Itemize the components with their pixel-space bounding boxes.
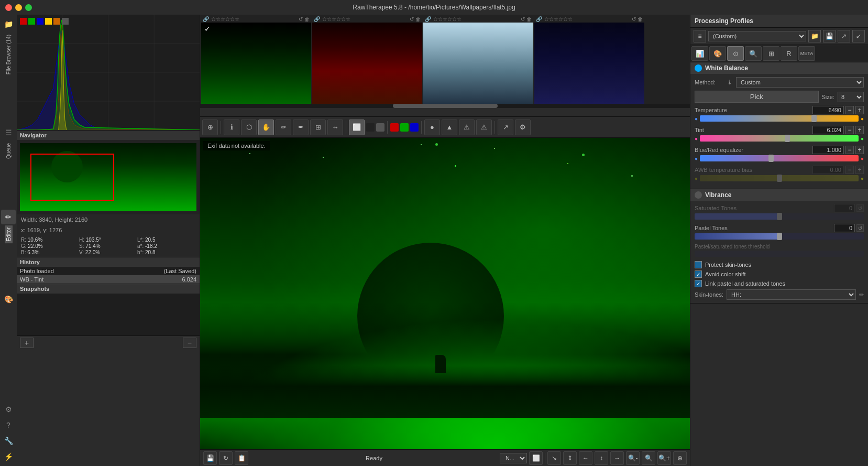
statusbar-refresh-button[interactable]: ↻	[219, 451, 233, 465]
sidebar-item-info[interactable]: 🔧	[1, 434, 16, 448]
toolbar-rotate-button[interactable]: ↔	[327, 120, 343, 135]
statusbar-zoom-in-button[interactable]: 🔍	[642, 451, 655, 465]
wb-temperature-plus[interactable]: +	[855, 106, 864, 114]
profiles-folder-button[interactable]: 📁	[808, 30, 821, 42]
toolbar-color-dark[interactable]	[366, 123, 375, 132]
vibrance-link-pastel-label[interactable]: Link pastel and saturated tones	[705, 280, 785, 287]
vibrance-pastel-reset[interactable]: ↺	[856, 224, 864, 232]
tab-exposure[interactable]: 📊	[691, 46, 708, 61]
statusbar-nav-next-button[interactable]: →	[610, 451, 624, 465]
statusbar-zoom-in2-button[interactable]: 🔍+	[657, 451, 671, 465]
sidebar-item-help[interactable]: ?	[1, 418, 16, 432]
snapshot-remove-button[interactable]: −	[183, 338, 196, 348]
film1-delete-icon[interactable]: 🗑	[304, 16, 310, 22]
vibrance-protect-skin-label[interactable]: Protect skin-tones	[705, 262, 751, 268]
wb-blue-red-value[interactable]	[812, 146, 844, 154]
vibrance-pastel-track[interactable]	[695, 233, 864, 240]
film3-image[interactable]	[423, 23, 533, 104]
profiles-select[interactable]: (Custom)	[708, 31, 806, 41]
profiles-export-button[interactable]: ↗	[838, 30, 850, 42]
tab-meta[interactable]: META	[798, 46, 815, 61]
statusbar-zoom-out-button[interactable]: 🔍-	[626, 451, 640, 465]
filmstrip-thumb-1[interactable]: 🔗 ☆☆☆☆☆☆ ↺ 🗑 ✓	[201, 16, 311, 104]
tab-wb[interactable]: ⊙	[727, 46, 744, 61]
sidebar-item-editor[interactable]: ✏	[1, 210, 16, 224]
history-item-wb-tint[interactable]: WB - Tint 6.024	[17, 275, 200, 284]
wb-blue-red-plus[interactable]: +	[855, 146, 864, 154]
statusbar-copy-button[interactable]: 📋	[235, 451, 248, 465]
wb-temperature-minus[interactable]: −	[845, 106, 854, 114]
tab-raw[interactable]: R	[781, 46, 797, 61]
film3-delete-icon[interactable]: 🗑	[526, 16, 532, 22]
filmstrip-thumb-3[interactable]: 🔗 ☆☆☆☆☆☆ ↺ 🗑	[423, 16, 533, 104]
profiles-save-button[interactable]: 💾	[823, 30, 836, 42]
toolbar-pencil-button[interactable]: ✏	[276, 120, 291, 135]
vibrance-avoid-color-shift-checkbox[interactable]	[695, 270, 702, 278]
histogram-red-toggle[interactable]	[20, 18, 27, 25]
wb-tint-minus[interactable]: −	[845, 126, 854, 134]
film3-reset-icon[interactable]: ↺	[521, 16, 525, 22]
film2-image[interactable]	[312, 23, 422, 104]
toolbar-warning-button[interactable]: ⚠	[459, 120, 475, 135]
wb-blue-red-track[interactable]	[700, 155, 859, 161]
statusbar-layout-button[interactable]: ⬜	[529, 451, 543, 465]
toolbar-export-button[interactable]: ↗	[498, 120, 513, 135]
tab-detail[interactable]: 🔍	[745, 46, 762, 61]
film4-delete-icon[interactable]: 🗑	[638, 16, 643, 22]
wb-tint-track[interactable]	[700, 135, 859, 142]
film2-reset-icon[interactable]: ↺	[410, 16, 414, 22]
toolbar-circle-button[interactable]: ●	[424, 120, 440, 135]
statusbar-save-button[interactable]: 💾	[203, 451, 217, 465]
histogram-lum-toggle[interactable]	[45, 18, 52, 25]
statusbar-zoom-in3-button[interactable]: ⊕	[673, 451, 687, 465]
sidebar-item-file-browser[interactable]: 📁	[1, 17, 16, 31]
toolbar-color-red[interactable]	[390, 123, 399, 132]
film4-image[interactable]	[534, 23, 644, 104]
navigator-thumbnail[interactable]	[20, 143, 196, 211]
wb-pick-button[interactable]: Pick	[695, 91, 819, 103]
close-button[interactable]	[5, 4, 12, 11]
wb-method-select[interactable]: Custom	[736, 77, 864, 88]
minimize-button[interactable]	[15, 4, 22, 11]
statusbar-zoom-fit-button[interactable]: ↘	[547, 451, 561, 465]
toolbar-open-button[interactable]: ⊕	[202, 120, 218, 135]
vibrance-protect-skin-checkbox[interactable]	[695, 261, 702, 268]
editor-main[interactable]: Exif data not available.	[200, 138, 690, 449]
sidebar-item-color[interactable]: 🎨	[1, 292, 16, 307]
toolbar-color-blue[interactable]	[410, 123, 419, 132]
toolbar-warning2-button[interactable]: ⚠	[476, 120, 492, 135]
toolbar-color-mid[interactable]	[376, 123, 384, 132]
sidebar-item-batch[interactable]: ⚡	[1, 449, 16, 464]
histogram-chroma-toggle[interactable]	[53, 18, 60, 25]
histogram-green-toggle[interactable]	[28, 18, 35, 25]
vibrance-pastel-value[interactable]	[834, 224, 855, 232]
histogram-bar-toggle[interactable]	[62, 18, 69, 25]
tab-transform[interactable]: ⊞	[763, 46, 779, 61]
profiles-import-button[interactable]: ↙	[852, 30, 865, 42]
statusbar-zoom-1-button[interactable]: ⇕	[563, 451, 577, 465]
vibrance-skin-tones-edit-icon[interactable]: ✏	[859, 291, 864, 298]
wb-temperature-value[interactable]	[812, 106, 844, 114]
filmstrip-thumb-4[interactable]: 🔗 ☆☆☆☆☆☆ ↺ 🗑	[534, 16, 644, 104]
toolbar-settings-button[interactable]: ⚙	[515, 120, 531, 135]
filmstrip-thumb-2[interactable]: 🔗 ☆☆☆☆☆☆ ↺ 🗑	[312, 16, 422, 104]
toolbar-hand-button[interactable]: ✋	[258, 120, 274, 135]
statusbar-nav-dropdown[interactable]: N...	[500, 453, 527, 463]
statusbar-nav-prev-button[interactable]: ←	[579, 451, 592, 465]
vibrance-link-pastel-checkbox[interactable]	[695, 280, 702, 287]
tab-color[interactable]: 🎨	[709, 46, 726, 61]
film1-image[interactable]: ✓	[201, 23, 311, 104]
film4-reset-icon[interactable]: ↺	[632, 16, 636, 22]
wb-tint-value[interactable]	[812, 126, 844, 134]
maximize-button[interactable]	[25, 4, 32, 11]
toolbar-crop-button[interactable]: ⊞	[310, 120, 326, 135]
statusbar-nav-vert-button[interactable]: ↕	[595, 451, 608, 465]
film2-delete-icon[interactable]: 🗑	[415, 16, 421, 22]
wb-size-select[interactable]: 8	[838, 92, 864, 102]
sidebar-item-queue[interactable]: ☰	[1, 125, 16, 140]
toolbar-color-green[interactable]	[400, 123, 409, 132]
histogram-blue-toggle[interactable]	[37, 18, 43, 25]
snapshot-add-button[interactable]: +	[20, 338, 34, 348]
wb-blue-red-minus[interactable]: −	[845, 146, 854, 154]
history-item-photo-loaded[interactable]: Photo loaded (Last Saved)	[17, 267, 200, 275]
